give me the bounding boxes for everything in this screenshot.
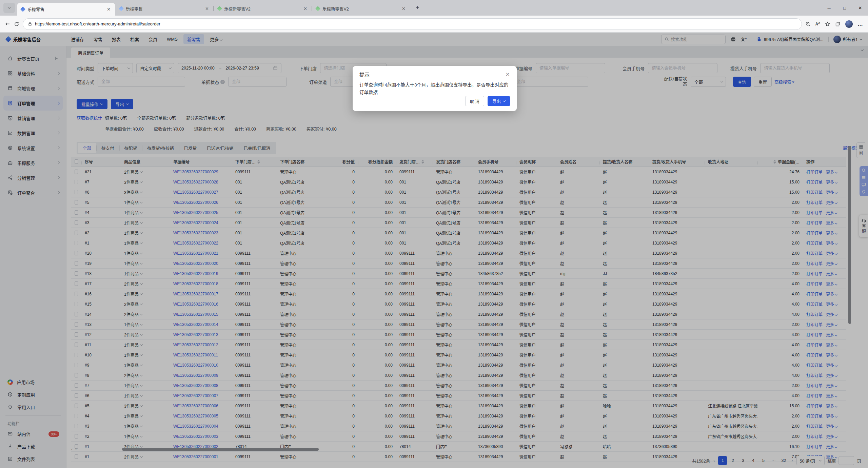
dialog-close-icon[interactable]: ✕ bbox=[506, 71, 510, 78]
zoom-out-icon[interactable] bbox=[805, 21, 811, 27]
browser-toolbar: https://lemon-test.nhsoft.cn/earth-mercu… bbox=[0, 16, 868, 33]
tab-favicon-icon bbox=[315, 6, 321, 11]
chevron-down-icon bbox=[8, 6, 11, 8]
maximize-button[interactable]: □ bbox=[837, 0, 852, 16]
collections-icon[interactable] bbox=[835, 21, 841, 27]
tab-close-icon[interactable]: ✕ bbox=[105, 6, 112, 13]
browser-tab-3[interactable]: 乐檬新零售V2✕ bbox=[214, 3, 312, 14]
browser-tab-4[interactable]: 乐檬新零售V2✕ bbox=[312, 3, 410, 14]
close-window-button[interactable]: ✕ bbox=[852, 0, 868, 16]
refresh-icon bbox=[14, 21, 19, 27]
browser-tabstrip: 乐檬零售✕乐檬零售✕乐檬新零售V2✕乐檬新零售V2✕ + ─ □ ✕ bbox=[0, 0, 868, 16]
tab-title: 乐檬零售 bbox=[126, 5, 201, 12]
text-size-icon[interactable]: AA bbox=[815, 21, 820, 26]
toolbar-icons: AA … bbox=[805, 20, 863, 28]
dialog-cancel-button[interactable]: 取 消 bbox=[465, 96, 484, 106]
tab-close-icon[interactable]: ✕ bbox=[302, 5, 309, 12]
tab-search-button[interactable] bbox=[3, 3, 15, 13]
url-text: https://lemon-test.nhsoft.cn/earth-mercu… bbox=[35, 21, 160, 26]
tab-favicon-icon bbox=[217, 6, 222, 11]
chevron-down-icon bbox=[503, 99, 506, 102]
lock-icon bbox=[28, 22, 32, 26]
tab-close-icon[interactable]: ✕ bbox=[400, 5, 407, 12]
window-controls: ─ □ ✕ bbox=[821, 0, 868, 16]
browser-tab-1[interactable]: 乐檬零售✕ bbox=[17, 3, 115, 16]
tab-title: 乐檬新零售V2 bbox=[224, 5, 299, 12]
minimize-button[interactable]: ─ bbox=[821, 0, 837, 16]
tab-title: 乐檬零售 bbox=[27, 6, 103, 13]
tab-title: 乐檬新零售V2 bbox=[322, 5, 398, 12]
browser-profile-avatar[interactable] bbox=[845, 20, 853, 28]
tab-favicon-icon bbox=[119, 6, 124, 11]
confirm-dialog: 提示 ✕ 订单查询时间范围不能大于3个月，超出范围仅支持导出，是否导出对应的订单… bbox=[353, 66, 517, 111]
dialog-body-text: 订单查询时间范围不能大于3个月，超出范围仅支持导出，是否导出对应的订单数据 bbox=[359, 81, 511, 97]
back-icon bbox=[5, 21, 11, 27]
page-root: 乐檬零售✕乐檬零售✕乐檬新零售V2✕乐檬新零售V2✕ + ─ □ ✕ https… bbox=[0, 0, 868, 468]
dialog-export-button[interactable]: 导出 bbox=[488, 96, 510, 106]
browser-menu-icon[interactable]: … bbox=[857, 21, 863, 27]
back-button[interactable] bbox=[5, 21, 11, 27]
dialog-title: 提示 bbox=[359, 71, 370, 78]
tab-favicon-icon bbox=[20, 6, 26, 12]
favorite-star-icon[interactable] bbox=[825, 21, 830, 27]
browser-tab-2[interactable]: 乐檬零售✕ bbox=[115, 3, 214, 14]
url-bar[interactable]: https://lemon-test.nhsoft.cn/earth-mercu… bbox=[23, 18, 802, 30]
tab-close-icon[interactable]: ✕ bbox=[204, 5, 210, 12]
refresh-button[interactable] bbox=[14, 21, 19, 27]
new-tab-button[interactable]: + bbox=[413, 4, 422, 12]
